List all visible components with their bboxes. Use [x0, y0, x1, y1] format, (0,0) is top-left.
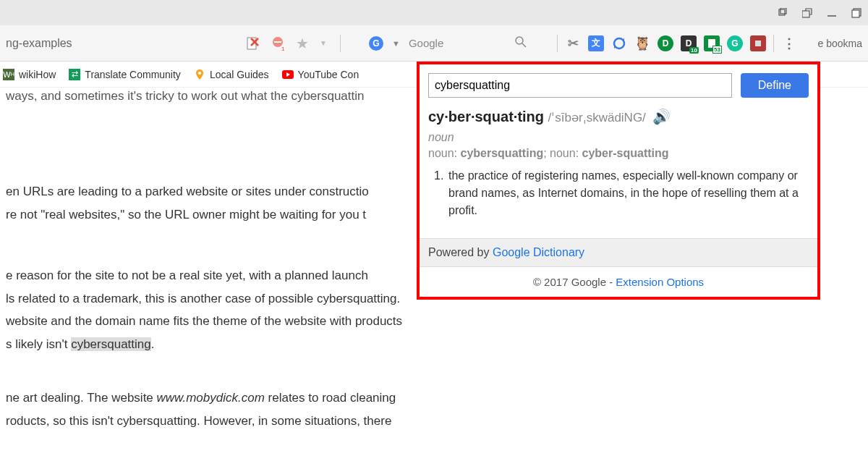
grammarly-ext-icon[interactable]: G	[727, 35, 743, 51]
toolbar-separator	[340, 35, 341, 52]
svg-rect-1	[780, 8, 786, 14]
search-placeholder: Google	[409, 37, 443, 49]
bookmark-label: YouTube Con	[298, 69, 359, 80]
url-action-icons: 1 ★ ▼	[246, 35, 344, 52]
italic-url: www.mobydick.com	[157, 391, 265, 405]
bookmark-translate-community[interactable]: ⇄ Translate Community	[69, 69, 181, 80]
bookmark-label: wikiHow	[19, 69, 56, 80]
content-line: website and the domain name fits the the…	[6, 311, 862, 332]
new-tab-icon[interactable]	[801, 7, 813, 19]
search-area[interactable]: G ▼ Google	[369, 35, 527, 51]
svg-rect-16	[755, 41, 761, 46]
dictionary-headword: cy·ber·squat·ting /ˈsībərˌskwädiNG/ 🔊	[428, 108, 809, 125]
word-forms: noun: cybersquatting; noun: cyber-squatt…	[428, 147, 809, 160]
dictionary-search-row: Define	[428, 73, 809, 98]
block-badge-icon[interactable]: 1	[271, 36, 285, 51]
bookmark-overflow-hint: e bookma	[818, 38, 862, 49]
dictionary-input[interactable]	[428, 73, 732, 98]
svg-line-13	[522, 43, 526, 47]
extension-icons: ✂ 文 🦉 D D10 53 G ⋮	[557, 35, 797, 52]
svg-rect-5	[852, 10, 859, 17]
svg-point-12	[516, 37, 523, 44]
bookmark-local-guides[interactable]: Local Guides	[194, 69, 269, 80]
page-blocked-icon[interactable]	[246, 36, 260, 51]
bookmark-label: Translate Community	[85, 69, 181, 80]
headword-text: cy·ber·squat·ting	[428, 109, 544, 124]
url-fragment[interactable]: ng-examples	[6, 37, 72, 50]
sync-ext-icon[interactable]	[611, 35, 627, 51]
google-dictionary-link[interactable]: Google Dictionary	[493, 246, 584, 258]
extension-separator-2	[773, 35, 774, 52]
d-badge-ext-icon[interactable]: D10	[681, 35, 697, 51]
youtube-favicon	[282, 69, 294, 80]
translate-favicon: ⇄	[69, 69, 80, 80]
content-line: roducts, so this isn't cybersquatting. H…	[6, 411, 862, 432]
star-bookmark-icon[interactable]: ★	[295, 36, 310, 51]
dictionary-copyright-footer: © 2017 Google - Extension Options	[420, 267, 817, 297]
wikihow-favicon: WH	[3, 69, 14, 80]
disconnect-ext-icon[interactable]: D	[658, 35, 673, 51]
search-icon[interactable]	[514, 35, 527, 51]
clipboard-ext-icon[interactable]: 53	[704, 35, 720, 51]
kebab-menu-icon[interactable]: ⋮	[781, 35, 797, 51]
content-line: ne art dealing. The website www.mobydick…	[6, 388, 862, 409]
extension-options-link[interactable]: Extension Options	[616, 276, 704, 288]
window-titlebar	[0, 0, 868, 25]
translate-ext-icon[interactable]: 文	[588, 35, 604, 51]
pronunciation-text: /ˈsībərˌskwädiNG/	[548, 111, 646, 124]
engine-dropdown-icon[interactable]: ▼	[392, 39, 400, 48]
dictionary-powered-footer: Powered by Google Dictionary	[420, 238, 817, 267]
bookmark-youtube[interactable]: YouTube Con	[282, 69, 359, 80]
browser-toolbar: ng-examples 1 ★ ▼ G ▼ Google ✂ 文 🦉 D D10…	[0, 25, 868, 62]
star-dropdown-icon[interactable]: ▼	[320, 39, 327, 47]
svg-text:1: 1	[281, 46, 285, 51]
dictionary-ext-icon[interactable]	[750, 35, 766, 51]
extension-separator	[557, 35, 558, 52]
google-engine-icon[interactable]: G	[369, 36, 383, 51]
svg-rect-10	[274, 41, 281, 43]
definition-text: 1.the practice of registering names, esp…	[448, 167, 809, 219]
svg-rect-2	[802, 11, 809, 17]
minimize-icon[interactable]	[826, 7, 838, 19]
part-of-speech: noun	[428, 131, 809, 144]
owl-ext-icon[interactable]: 🦉	[634, 35, 650, 51]
bookmark-label: Local Guides	[210, 69, 269, 80]
speaker-icon[interactable]: 🔊	[652, 109, 671, 124]
svg-point-17	[198, 72, 201, 75]
scissors-icon[interactable]: ✂	[565, 35, 581, 51]
content-line: s likely isn't cybersquatting.	[6, 334, 862, 355]
localguides-favicon	[194, 69, 205, 80]
highlighted-term[interactable]: cybersquatting	[71, 337, 151, 351]
define-button[interactable]: Define	[741, 73, 809, 98]
bookmark-wikihow[interactable]: WH wikiHow	[3, 69, 56, 80]
maximize-icon[interactable]	[851, 7, 862, 19]
dictionary-popup: Define cy·ber·squat·ting /ˈsībərˌskwädiN…	[417, 62, 820, 300]
restore-down-icon[interactable]	[777, 7, 788, 19]
svg-rect-0	[779, 9, 785, 15]
